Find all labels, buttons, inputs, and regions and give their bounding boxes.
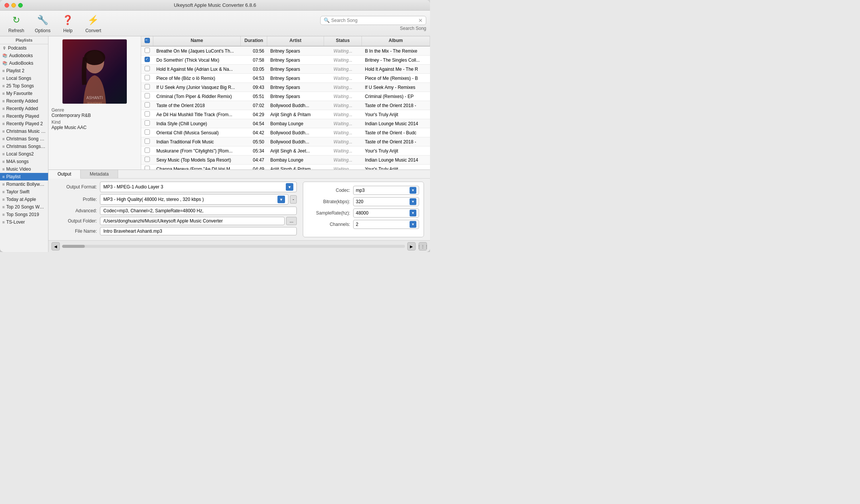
row-checkbox[interactable] [145, 93, 150, 98]
tab-output[interactable]: Output [48, 170, 81, 179]
codec-arrow[interactable]: ▼ [410, 187, 416, 194]
row-checkbox-cell[interactable] [141, 128, 153, 137]
row-checkbox-cell[interactable] [141, 137, 153, 146]
sidebar-item-romantic-bollywood[interactable]: ≡ Romantic Bollywood Songs [0, 180, 48, 188]
row-checkbox[interactable] [145, 66, 150, 71]
sidebar-item-christmas-song-2019[interactable]: ≡ Christmas Song 2019 [0, 135, 48, 143]
maximize-button[interactable] [18, 3, 23, 8]
row-checkbox[interactable] [145, 166, 150, 170]
sidebar-item-recently-added2[interactable]: ≡ Recently Added [0, 105, 48, 112]
table-row[interactable]: Hold It Against Me (Adrian Lux & Na... 0… [141, 65, 430, 74]
sidebar-item-christmas-music-video[interactable]: ≡ Christmas Music Video [0, 128, 48, 135]
row-checkbox[interactable] [145, 57, 150, 62]
row-checkbox-cell[interactable] [141, 119, 153, 128]
search-input[interactable] [331, 18, 418, 23]
search-bar[interactable]: 🔍 ✕ [320, 16, 426, 25]
row-checkbox-cell[interactable] [141, 56, 153, 64]
row-checkbox[interactable] [145, 120, 150, 126]
table-row[interactable]: Breathe On Me (Jaques LuCont's Th... 03:… [141, 47, 430, 56]
sidebar-item-audiobooks1[interactable]: 📚 Audiobooks [0, 52, 48, 59]
th-check[interactable] [141, 36, 153, 46]
sidebar-item-recently-added[interactable]: ≡ Recently Added [0, 97, 48, 105]
profile-select[interactable]: MP3 - High Quality( 48000 Hz, stereo , 3… [100, 194, 288, 205]
row-checkbox[interactable] [145, 48, 150, 53]
table-row[interactable]: Indian Traditional Folk Music 05:50 Boll… [141, 137, 430, 146]
th-name[interactable]: Name [153, 36, 241, 46]
sidebar-item-today-at-apple[interactable]: ≡ Today at Apple [0, 196, 48, 203]
profile-minus-button[interactable]: - [290, 195, 297, 204]
sidebar-item-christmas-songs-for-kids[interactable]: ≡ Christmas Songs for Kids [0, 143, 48, 150]
th-duration[interactable]: Duration [241, 36, 267, 46]
samplerate-select[interactable]: 48000 ▼ [353, 208, 419, 218]
sidebar-item-top-20-songs[interactable]: ≡ Top 20 Songs Weekly [0, 203, 48, 211]
sidebar-item-taylor-swift[interactable]: ≡ Taylor Swift [0, 188, 48, 196]
sidebar-item-playlist[interactable]: ≡ Playlist [0, 173, 48, 180]
sidebar-item-m4a-songs[interactable]: ≡ M4A songs [0, 158, 48, 165]
table-row[interactable]: Sexy Music (Top Models Spa Resort) 04:47… [141, 156, 430, 165]
row-checkbox[interactable] [145, 129, 150, 135]
table-row[interactable]: Muskurane (From "Citylights") [Rom... 05… [141, 146, 430, 156]
row-checkbox[interactable] [145, 102, 150, 107]
sidebar-item-recently-played[interactable]: ≡ Recently Played [0, 112, 48, 120]
table-row[interactable]: Piece of Me (Böz o lö Remix) 04:53 Britn… [141, 74, 430, 83]
table-row[interactable]: India Style (Chill Lounge) 04:54 Bombay … [141, 119, 430, 128]
row-checkbox-cell[interactable] [141, 92, 153, 101]
row-checkbox-cell[interactable] [141, 146, 153, 155]
row-checkbox[interactable] [145, 138, 150, 144]
output-format-select[interactable]: MP3 - MPEG-1 Audio Layer 3 ▼ [100, 182, 297, 192]
th-status[interactable]: Status [324, 36, 362, 46]
sidebar-item-my-favourite[interactable]: ≡ My Favourite [0, 90, 48, 97]
row-checkbox-cell[interactable] [141, 83, 153, 92]
sidebar-item-25-top-songs[interactable]: ≡ 25 Top Songs [0, 82, 48, 90]
sidebar-item-music-video[interactable]: ≡ Music Video [0, 165, 48, 173]
sidebar-item-podcasts[interactable]: 🎙 Podcasts [0, 44, 48, 52]
bitrate-arrow[interactable]: ▼ [410, 198, 416, 205]
channels-arrow[interactable]: ▼ [410, 221, 416, 228]
row-checkbox-cell[interactable] [141, 165, 153, 170]
sidebar-item-local-songs2[interactable]: ≡ Local Songs2 [0, 150, 48, 158]
convert-button[interactable]: ⚡ Convert [81, 11, 106, 36]
sidebar-item-top-songs-2019[interactable]: ≡ Top Songs 2019 [0, 211, 48, 218]
table-row[interactable]: Ae Dil Hai Mushkil Title Track (From... … [141, 110, 430, 119]
profile-arrow[interactable]: ▼ [277, 196, 285, 203]
table-row[interactable]: Oriental Chill (Musica Sensual) 04:42 Bo… [141, 128, 430, 137]
row-checkbox[interactable] [145, 75, 150, 80]
horizontal-scrollbar-thumb[interactable] [62, 245, 85, 248]
options-button[interactable]: 🔧 Options [30, 11, 55, 36]
minimize-button[interactable] [11, 3, 16, 8]
sidebar-item-ts-lover[interactable]: ≡ TS-Lover [0, 218, 48, 226]
horizontal-scrollbar-track[interactable] [62, 245, 405, 248]
refresh-button[interactable]: ↻ Refresh [4, 11, 29, 36]
browse-button[interactable]: ... [286, 217, 297, 225]
tab-metadata[interactable]: Metadata [81, 170, 118, 178]
output-folder-value[interactable]: /Users/donghuanzhi/Music/Ukeysoft Apple … [100, 217, 285, 225]
scroll-left-button[interactable]: ◀ [51, 242, 60, 250]
bitrate-select[interactable]: 320 ▼ [353, 197, 419, 206]
row-checkbox-cell[interactable] [141, 101, 153, 110]
samplerate-arrow[interactable]: ▼ [410, 210, 416, 216]
scroll-extra-button[interactable]: ⋮⋮⋮ [419, 242, 427, 250]
table-row[interactable]: Criminal (Tom Piper & Riddler Remix) 05:… [141, 92, 430, 101]
search-clear-button[interactable]: ✕ [418, 17, 423, 23]
select-all-checkbox[interactable] [145, 38, 150, 43]
row-checkbox-cell[interactable] [141, 65, 153, 73]
row-checkbox-cell[interactable] [141, 74, 153, 82]
row-checkbox[interactable] [145, 157, 150, 162]
sidebar-item-recently-played2[interactable]: ≡ Recently Played 2 [0, 120, 48, 128]
output-format-arrow[interactable]: ▼ [286, 183, 293, 191]
row-checkbox[interactable] [145, 148, 150, 153]
table-row[interactable]: If U Seek Amy (Junior Vasquez Big R... 0… [141, 83, 430, 92]
close-button[interactable] [5, 3, 9, 8]
channels-select[interactable]: 2 ▼ [353, 220, 419, 229]
row-checkbox-cell[interactable] [141, 110, 153, 119]
row-checkbox[interactable] [145, 84, 150, 89]
th-artist[interactable]: Artist [267, 36, 324, 46]
row-checkbox-cell[interactable] [141, 156, 153, 164]
table-row[interactable]: Channa Mereya (From "Ae Dil Hai M... 04:… [141, 165, 430, 170]
row-checkbox-cell[interactable] [141, 47, 153, 55]
table-row[interactable]: Do Somethin' (Thick Vocal Mix) 07:58 Bri… [141, 56, 430, 65]
sidebar-item-audiobooks2[interactable]: 📚 AudioBooks [0, 59, 48, 67]
scroll-right-button[interactable]: ▶ [407, 242, 416, 250]
file-name-value[interactable]: Intro Braveheart Ashanti.mp3 [100, 227, 297, 235]
row-checkbox[interactable] [145, 111, 150, 117]
